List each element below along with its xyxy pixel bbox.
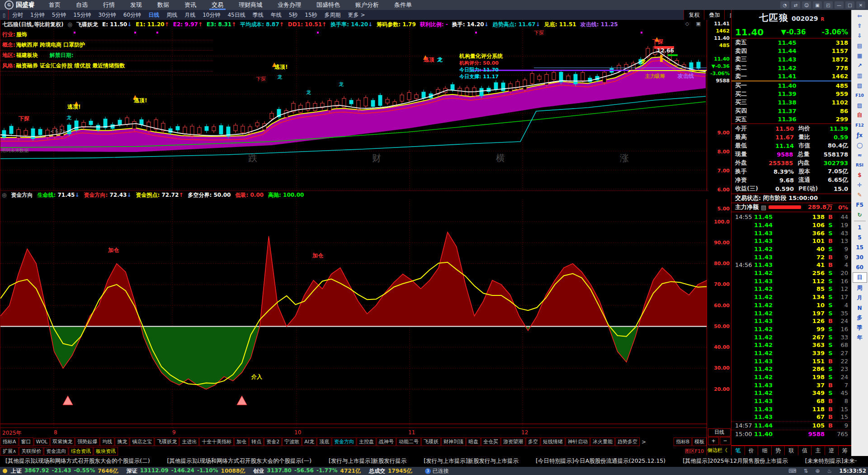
notice-message[interactable]: [其他提示]以现场和网络方式召开股东大会的个股提示(一) xyxy=(167,457,312,465)
strip-period-周[interactable]: 周 xyxy=(853,283,867,293)
indicator-tab-镇店之宝[interactable]: 镇店之宝 xyxy=(130,437,154,446)
period-月线[interactable]: 月线 xyxy=(181,11,199,19)
quote-tab-笔[interactable]: 笔 xyxy=(731,446,745,455)
menu-item-业务办理[interactable]: 业务办理 xyxy=(270,0,309,10)
flow-icon[interactable]: ▨ xyxy=(853,100,867,110)
quote-tab-主[interactable]: 主 xyxy=(811,446,825,455)
indicator-tab-AI龙[interactable]: AI龙 xyxy=(302,437,316,446)
menu-item-理财商城[interactable]: 理财商城 xyxy=(231,0,270,10)
quote-tab-价[interactable]: 价 xyxy=(745,446,759,455)
indicator-tab-指标A[interactable]: 指标A xyxy=(0,437,19,446)
chart-f10-label[interactable]: 图区F10 xyxy=(685,448,707,455)
strip-period-1[interactable]: 1 xyxy=(853,223,867,232)
menu-item-国盛特色[interactable]: 国盛特色 xyxy=(309,0,348,10)
period-10分钟[interactable]: 10分钟 xyxy=(199,11,224,19)
extension-tab-关联报价[interactable]: 关联报价 xyxy=(19,447,43,456)
notice-message[interactable]: [其他提示]以现场和网络方式召开股东大会的个股提示(二) xyxy=(5,457,150,465)
indicator-tab-财神到顶[interactable]: 财神到顶 xyxy=(441,437,466,446)
indicator-tab-宁波敢[interactable]: 宁波敢 xyxy=(282,437,302,446)
indicator-tab-飞碟妖龙[interactable]: 飞碟妖龙 xyxy=(155,437,179,446)
notify-icon[interactable]: ◔ xyxy=(780,1,789,9)
fund-direction-chart[interactable]: 加仓加仓介入 xyxy=(0,199,707,428)
up-arrow-icon[interactable]: ⇧ xyxy=(853,21,867,30)
tick-list[interactable]: 14:5511.45138B4411.44106S1911.43366S4311… xyxy=(731,212,852,445)
indicator-tab-十全十美指标[interactable]: 十全十美指标 xyxy=(199,437,234,446)
zixuan-icon[interactable]: 自 xyxy=(853,110,867,120)
menu-item-交易[interactable]: 交易 xyxy=(204,0,231,10)
indicator-tab-神针启动[interactable]: 神针启动 xyxy=(566,437,590,446)
close-icon[interactable]: ✕ xyxy=(856,1,865,9)
chart-corner-icons[interactable]: ◇ ▣ xyxy=(685,21,703,27)
indicator-tab-窗口[interactable]: 窗口 xyxy=(19,437,33,446)
indicator-tab-资金方向[interactable]: 资金方向 xyxy=(332,437,356,446)
strip-period-N[interactable]: N xyxy=(853,303,867,313)
trend-icon[interactable]: ↗ xyxy=(853,61,867,70)
strip-period-60[interactable]: 60 xyxy=(853,262,867,272)
indicator-dropdown-icon[interactable]: ◎ xyxy=(68,21,72,28)
more-tabs-arrow[interactable]: > xyxy=(640,439,648,445)
f10-icon[interactable]: F10 xyxy=(853,90,867,100)
period-周线[interactable]: 周线 xyxy=(163,11,181,19)
menu-item-首页[interactable]: 首页 xyxy=(41,0,68,10)
indicator-tab-加仓[interactable]: 加仓 xyxy=(234,437,249,446)
connection-status[interactable]: 3 已连接 xyxy=(425,467,449,475)
alert-icon[interactable]: ♨ xyxy=(827,468,832,474)
indicator-tab-擒龙[interactable]: 擒龙 xyxy=(115,437,129,446)
strip-period-5[interactable]: 5 xyxy=(853,233,867,242)
notice-message[interactable]: [未来特别提示]未来一周特别提 xyxy=(805,457,857,465)
extension-tab-资金流向[interactable]: 资金流向 xyxy=(44,447,68,456)
period-15分钟[interactable]: 15分钟 xyxy=(70,11,94,19)
period-多周期[interactable]: 多周期 xyxy=(321,11,344,19)
indicator-tab-飞碟妖[interactable]: 飞碟妖 xyxy=(421,437,441,446)
period-年线[interactable]: 年线 xyxy=(267,11,285,19)
strip-period-日[interactable]: 日 xyxy=(853,272,867,283)
indicator-tab-短线情绪[interactable]: 短线情绪 xyxy=(541,437,565,446)
period-日线[interactable]: 日线 xyxy=(145,11,163,19)
strip-period-30[interactable]: 30 xyxy=(853,252,867,262)
indicator-tab-WOL[interactable]: WOL xyxy=(34,438,50,446)
package-icon[interactable]: ◰ xyxy=(824,1,833,9)
extension-tab-板块资讯[interactable]: 板块资讯 xyxy=(94,447,118,456)
fx-icon[interactable]: ƒx xyxy=(853,130,867,140)
period-更多 >[interactable]: 更多 > xyxy=(344,11,369,19)
indicator-collapse-icon[interactable]: ◎ xyxy=(2,192,6,198)
f12-icon[interactable]: F12 xyxy=(853,120,867,130)
scale-period-label[interactable]: 日线 xyxy=(708,428,731,437)
period-1分钟[interactable]: 1分钟 xyxy=(27,11,48,19)
toolbar-button-复权[interactable]: 复权 xyxy=(684,10,704,20)
indicator-tab-双紫擒龙[interactable]: 双紫擒龙 xyxy=(50,437,75,446)
period-分时[interactable]: 分时 xyxy=(9,11,27,19)
wave-icon[interactable]: ≈ xyxy=(853,150,867,160)
period-季线[interactable]: 季线 xyxy=(249,11,267,19)
strip-period-多[interactable]: 多 xyxy=(853,313,867,323)
news-icon[interactable]: ▧ xyxy=(853,81,867,90)
report-icon[interactable]: ▤ xyxy=(853,41,867,50)
indicator-tab-主进出[interactable]: 主进出 xyxy=(179,437,199,446)
kline-icon[interactable]: ▥ xyxy=(853,71,867,80)
minimize-icon[interactable]: — xyxy=(835,1,844,9)
strip-period-月[interactable]: 月 xyxy=(853,293,867,303)
indicator-tab-强势起爆[interactable]: 强势起爆 xyxy=(75,437,99,446)
index-深证[interactable]: 深证13112.09-146.24-1.10%10088亿 xyxy=(127,467,245,475)
strip-period-季[interactable]: 季 xyxy=(853,323,867,332)
menu-item-自选[interactable]: 自选 xyxy=(68,0,95,10)
doc-icon[interactable]: ▤ xyxy=(761,204,766,211)
quote-tab-筹[interactable]: 筹 xyxy=(839,446,852,455)
menu-item-发现[interactable]: 发现 xyxy=(123,0,150,10)
strip-period-年[interactable]: 年 xyxy=(853,333,867,342)
indicator-tab-主控盘[interactable]: 主控盘 xyxy=(357,437,376,446)
quote-tab-值[interactable]: 值 xyxy=(798,446,812,455)
extension-tab-综合资讯[interactable]: 综合资讯 xyxy=(69,447,93,456)
move-icon[interactable]: ✛ xyxy=(853,180,867,190)
money-icon[interactable]: $ xyxy=(853,170,867,180)
toolbar-button-叠加[interactable]: 叠加 xyxy=(704,10,724,20)
strip-period-15[interactable]: 15 xyxy=(853,242,867,252)
target-icon[interactable]: ⊕ xyxy=(815,468,820,474)
indicator-tab-暗盘[interactable]: 暗盘 xyxy=(466,437,481,446)
zoom-out-button[interactable]: − xyxy=(720,437,731,445)
index-创业[interactable]: 创业3137.80-56.56-1.77%4721亿 xyxy=(253,467,361,475)
pencil-icon[interactable]: ✎ xyxy=(853,190,867,200)
keyboard-icon[interactable]: ⌨ xyxy=(788,468,796,474)
indicator-tab-游资望潮[interactable]: 游资望潮 xyxy=(501,437,525,446)
zoom-in-button[interactable]: + xyxy=(708,437,719,445)
